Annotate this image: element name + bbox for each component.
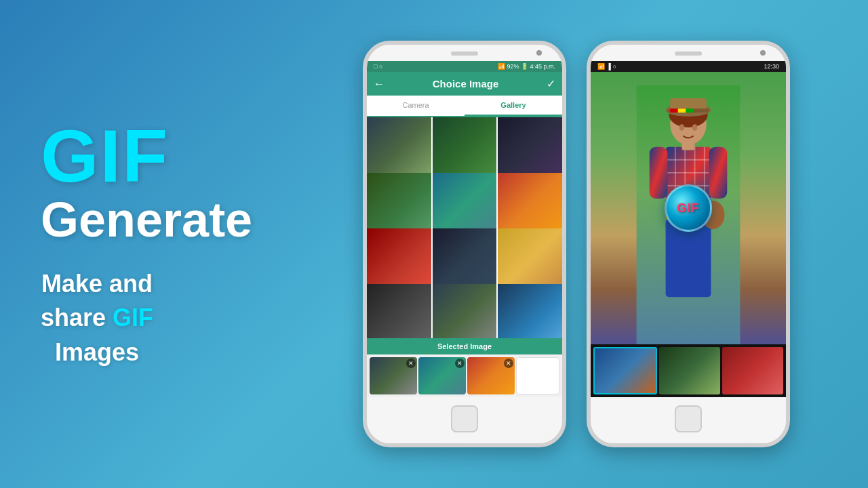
screen-left: □ ○ 📶 92% 🔋 4:45 p.m. ← Choice Image ✓ C… (367, 61, 562, 397)
gif-badge[interactable]: GIF (665, 184, 712, 232)
tab-gallery[interactable]: Gallery (465, 96, 562, 116)
thumb-close-2[interactable]: ✕ (455, 359, 465, 368)
grid-cell-7[interactable] (367, 228, 431, 293)
svg-rect-20 (682, 142, 694, 150)
strip-thumb-1[interactable] (593, 347, 657, 394)
tab-camera[interactable]: Camera (367, 96, 465, 116)
camera-left (536, 50, 542, 56)
grid-cell-3[interactable] (498, 117, 562, 182)
grid-cell-11[interactable] (433, 284, 497, 338)
main-image-area: GIF (591, 72, 786, 344)
app-bar: ← Choice Image ✓ (367, 72, 562, 96)
phone-top-bar-right (591, 45, 786, 61)
grid-cell-8[interactable] (433, 228, 497, 293)
svg-rect-21 (650, 147, 668, 199)
speaker-left (451, 52, 478, 56)
phone-bottom-bar-left (367, 397, 562, 443)
phone-right: 📶 ▐ ○ 12:30 (587, 41, 790, 447)
thumb-strip (591, 344, 786, 397)
grid-cell-6[interactable] (498, 173, 562, 237)
status-icons-right: 📶 ▐ ○ (597, 63, 616, 70)
grid-cell-5[interactable] (433, 173, 497, 237)
status-bar-right: 📶 ▐ ○ 12:30 (591, 61, 786, 72)
svg-point-9 (679, 124, 685, 131)
svg-point-10 (692, 124, 698, 131)
status-bar-left: □ ○ 📶 92% 🔋 4:45 p.m. (367, 61, 562, 72)
phone-bottom-bar-right (591, 397, 786, 443)
grid-cell-12[interactable] (498, 284, 562, 338)
selected-thumb-1[interactable]: ✕ (370, 357, 417, 394)
svg-rect-22 (709, 147, 728, 199)
title-generate: Generate (41, 193, 252, 247)
thumb-close-1[interactable]: ✕ (406, 359, 416, 368)
svg-rect-7 (678, 108, 686, 113)
svg-rect-6 (670, 108, 677, 113)
screen-right: 📶 ▐ ○ 12:30 (591, 61, 786, 397)
strip-thumb-2[interactable] (659, 347, 720, 394)
selected-thumb-empty (516, 357, 559, 394)
gif-badge-text: GIF (677, 201, 700, 216)
app-bar-title: Choice Image (433, 78, 499, 89)
selected-images-row: ✕ ✕ ✕ (367, 354, 562, 397)
title-gif: GIF (41, 119, 169, 193)
check-icon[interactable]: ✓ (547, 77, 555, 90)
grid-cell-10[interactable] (367, 284, 431, 338)
status-right-left: 📶 92% 🔋 4:45 p.m. (498, 63, 555, 70)
grid-cell-1[interactable] (367, 117, 431, 182)
grid-cell-2[interactable] (433, 117, 497, 182)
phone-left: □ ○ 📶 92% 🔋 4:45 p.m. ← Choice Image ✓ C… (363, 41, 566, 447)
back-icon[interactable]: ← (374, 78, 384, 90)
home-button-right[interactable] (675, 405, 702, 432)
selected-thumb-2[interactable]: ✕ (418, 357, 466, 394)
svg-rect-8 (686, 108, 693, 113)
home-button-left[interactable] (451, 405, 478, 432)
left-section: GIF Generate Make andshare GIFImages (27, 119, 312, 369)
grid-cell-9[interactable] (498, 228, 562, 293)
thumb-close-3[interactable]: ✕ (504, 359, 513, 368)
camera-right (760, 50, 766, 56)
phones-container: □ ○ 📶 92% 🔋 4:45 p.m. ← Choice Image ✓ C… (312, 0, 841, 488)
status-time-right: 12:30 (764, 63, 779, 70)
phone-top-bar-left (367, 45, 562, 61)
status-left-icons: □ ○ (374, 63, 382, 70)
selected-bar: Selected Image (367, 338, 562, 354)
subtitle: Make andshare GIFImages (41, 267, 153, 369)
grid-cell-4[interactable] (367, 173, 431, 237)
strip-thumb-3[interactable] (722, 347, 783, 394)
image-grid (367, 117, 562, 338)
speaker-right (675, 52, 702, 56)
girl-image: GIF (591, 72, 786, 344)
selected-thumb-3[interactable]: ✕ (467, 357, 515, 394)
tabs-bar: Camera Gallery (367, 96, 562, 117)
